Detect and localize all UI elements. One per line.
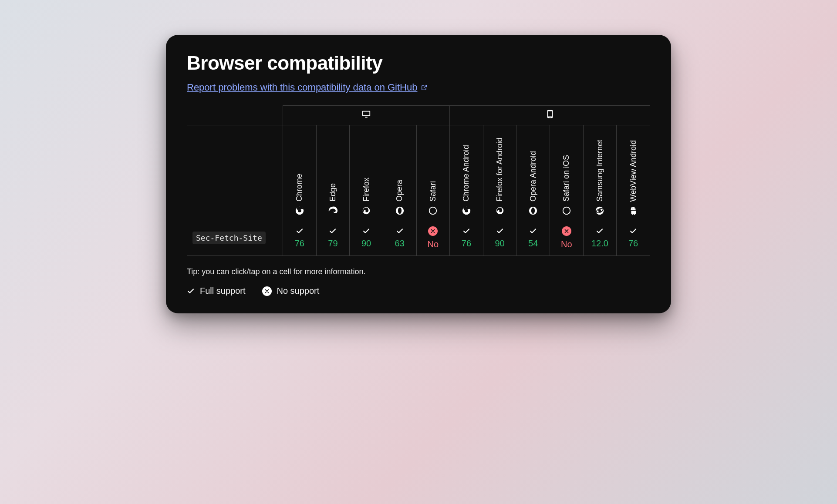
support-version: 12.0 bbox=[591, 239, 608, 249]
check-icon bbox=[396, 227, 404, 235]
samsung-icon bbox=[595, 206, 604, 215]
check-icon bbox=[362, 227, 370, 235]
support-cell-safari[interactable]: No bbox=[416, 220, 450, 256]
check-icon bbox=[496, 227, 504, 235]
support-version: 76 bbox=[462, 239, 471, 249]
check-icon bbox=[596, 227, 604, 235]
support-version: No bbox=[428, 239, 439, 249]
support-cell-webview_android[interactable]: 76 bbox=[617, 220, 650, 256]
legend-none-label: No support bbox=[277, 286, 320, 296]
browser-head-opera_android: Opera Android bbox=[516, 125, 550, 220]
browser-name: Chrome bbox=[295, 174, 304, 202]
platform-row bbox=[187, 106, 650, 125]
legend-full-label: Full support bbox=[200, 286, 246, 296]
corner-blank bbox=[187, 106, 283, 125]
browser-head-opera: Opera bbox=[383, 125, 416, 220]
browser-head-chrome_android: Chrome Android bbox=[450, 125, 483, 220]
no-support-icon bbox=[562, 226, 571, 236]
legend-full-support: Full support bbox=[187, 286, 246, 296]
check-icon bbox=[529, 227, 537, 235]
browser-name: Edge bbox=[328, 183, 338, 202]
external-link-icon bbox=[421, 84, 428, 91]
support-version: 90 bbox=[495, 239, 504, 249]
check-icon bbox=[329, 227, 337, 235]
browser-head-edge: Edge bbox=[316, 125, 350, 220]
browser-name: Samsung Internet bbox=[595, 140, 604, 202]
support-cell-opera[interactable]: 63 bbox=[383, 220, 416, 256]
safari-icon bbox=[562, 206, 571, 215]
report-issue-link[interactable]: Report problems with this compatibility … bbox=[187, 82, 428, 93]
browser-name: Chrome Android bbox=[462, 145, 471, 202]
browser-name: Firefox for Android bbox=[495, 138, 504, 202]
browser-head-firefox: Firefox bbox=[350, 125, 383, 220]
tip-text: Tip: you can click/tap on a cell for mor… bbox=[187, 267, 650, 276]
browser-head-samsung: Samsung Internet bbox=[583, 125, 617, 220]
platform-desktop bbox=[283, 106, 450, 125]
feature-blank bbox=[187, 125, 283, 220]
browser-name: WebView Android bbox=[629, 140, 638, 202]
support-cell-chrome[interactable]: 76 bbox=[283, 220, 317, 256]
support-cell-edge[interactable]: 79 bbox=[316, 220, 350, 256]
android-icon bbox=[628, 206, 638, 215]
support-cell-chrome_android[interactable]: 76 bbox=[450, 220, 483, 256]
support-version: 54 bbox=[528, 239, 538, 249]
feature-name-cell: Sec-Fetch-Site bbox=[187, 220, 283, 256]
support-version: 90 bbox=[361, 239, 371, 249]
support-version: 79 bbox=[328, 239, 338, 249]
support-cell-firefox_android[interactable]: 90 bbox=[483, 220, 516, 256]
chrome-icon bbox=[295, 206, 304, 215]
no-support-icon bbox=[428, 226, 438, 236]
browser-name: Safari bbox=[429, 181, 438, 202]
opera-icon bbox=[528, 206, 538, 215]
no-support-icon bbox=[262, 286, 272, 296]
browser-head-chrome: Chrome bbox=[283, 125, 317, 220]
browser-head-webview_android: WebView Android bbox=[617, 125, 650, 220]
support-version: 63 bbox=[395, 239, 405, 249]
support-cell-samsung[interactable]: 12.0 bbox=[583, 220, 617, 256]
mobile-icon bbox=[545, 109, 555, 119]
table-row: Sec-Fetch-Site 76799063No769054No12.076 bbox=[187, 220, 650, 256]
support-version: No bbox=[561, 239, 572, 249]
check-icon bbox=[629, 227, 637, 235]
browser-name: Safari on iOS bbox=[562, 155, 571, 202]
feature-code: Sec-Fetch-Site bbox=[192, 232, 266, 244]
chrome-icon bbox=[462, 206, 471, 215]
browser-head-safari: Safari bbox=[416, 125, 450, 220]
legend-no-support: No support bbox=[262, 286, 320, 296]
report-issue-label: Report problems with this compatibility … bbox=[187, 82, 417, 93]
support-version: 76 bbox=[628, 239, 638, 249]
legend: Full support No support bbox=[187, 286, 650, 296]
support-cell-firefox[interactable]: 90 bbox=[350, 220, 383, 256]
check-icon bbox=[187, 287, 195, 295]
browser-name: Firefox bbox=[362, 178, 371, 202]
check-icon bbox=[296, 227, 304, 235]
browser-head-firefox_android: Firefox for Android bbox=[483, 125, 516, 220]
compat-card: Browser compatibility Report problems wi… bbox=[166, 35, 671, 313]
edge-icon bbox=[328, 206, 338, 215]
browser-name: Opera Android bbox=[529, 151, 538, 202]
section-title: Browser compatibility bbox=[187, 52, 650, 74]
platform-mobile bbox=[450, 106, 650, 125]
browser-name: Opera bbox=[395, 180, 404, 202]
compat-table: ChromeEdgeFirefoxOperaSafariChrome Andro… bbox=[187, 105, 650, 256]
firefox-icon bbox=[495, 206, 505, 215]
browser-row: ChromeEdgeFirefoxOperaSafariChrome Andro… bbox=[187, 125, 650, 220]
safari-icon bbox=[428, 206, 438, 215]
support-cell-safari_ios[interactable]: No bbox=[550, 220, 584, 256]
check-icon bbox=[462, 227, 470, 235]
desktop-icon bbox=[361, 109, 371, 119]
firefox-icon bbox=[361, 206, 371, 215]
support-cell-opera_android[interactable]: 54 bbox=[516, 220, 550, 256]
opera-icon bbox=[395, 206, 405, 215]
support-version: 76 bbox=[295, 239, 304, 249]
browser-head-safari_ios: Safari on iOS bbox=[550, 125, 584, 220]
